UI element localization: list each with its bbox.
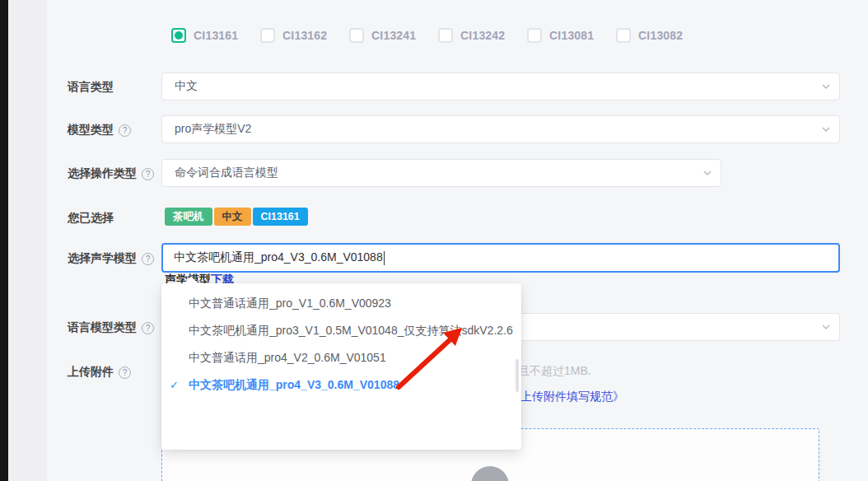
checkbox-label: CI13241: [371, 29, 416, 42]
help-icon[interactable]: ?: [142, 322, 154, 334]
dropdown-option[interactable]: 中文普通话用_pro4_V2_0.6M_V01051: [161, 344, 521, 371]
acoustic-model-dropdown: 中文普通话通用_pro_V1_0.6M_V00923 中文茶吧机通用_pro3_…: [161, 283, 521, 450]
checkbox-box[interactable]: [527, 28, 542, 43]
acoustic-model-download-link[interactable]: 声学模型下载: [165, 273, 234, 283]
checkbox-label: CI13161: [194, 29, 238, 42]
help-icon[interactable]: ?: [142, 168, 154, 180]
checkbox-ci13161[interactable]: CI13161: [171, 27, 238, 44]
checkbox-ci13241[interactable]: CI13241: [349, 27, 416, 44]
check-icon: ✓: [170, 371, 179, 399]
checkbox-label: CI13162: [282, 29, 327, 42]
chevron-down-icon: [821, 82, 831, 91]
dropdown-option[interactable]: 中文普通话通用_pro_V1_0.6M_V00923: [161, 290, 521, 317]
text-caret: [384, 251, 385, 265]
checkbox-box[interactable]: [616, 28, 631, 43]
checkbox-box[interactable]: [438, 28, 453, 43]
tag-language: 中文: [214, 208, 251, 226]
dropdown-option[interactable]: 中文茶吧机通用_pro3_V1_0.5M_V01048_仅支持算法sdkV2.2…: [161, 317, 521, 344]
label-model-type: 模型类型 ?: [68, 123, 131, 138]
tag-chip: CI13161: [253, 208, 308, 226]
selected-tags: 茶吧机 中文 CI13161: [165, 208, 308, 226]
checkbox-ci13162[interactable]: CI13162: [260, 27, 327, 44]
label-already-selected: 您已选择: [68, 211, 114, 226]
label-language-type: 语言类型: [68, 80, 114, 95]
select-value: 中文: [175, 79, 198, 94]
chevron-down-icon: [821, 124, 831, 134]
select-value: 命令词合成语言模型: [175, 166, 278, 180]
chevron-down-icon: [702, 168, 712, 178]
label-language-model-type: 语言模型类型 ?: [68, 320, 154, 335]
tag-device: 茶吧机: [165, 208, 212, 226]
acoustic-model-input[interactable]: 中文茶吧机通用_pro4_V3_0.6M_V01088: [161, 243, 840, 273]
dropdown-option-selected[interactable]: ✓ 中文茶吧机通用_pro4_V3_0.6M_V01088: [161, 371, 521, 399]
checkbox-ci13081[interactable]: CI13081: [527, 27, 594, 44]
checkbox-checked-dot: [175, 31, 183, 40]
checkbox-label: CI13082: [638, 29, 683, 42]
checkbox-box[interactable]: [171, 28, 186, 43]
select-language-type[interactable]: 中文: [161, 72, 840, 100]
chevron-down-icon: [821, 322, 831, 332]
label-acoustic-model: 选择声学模型 ?: [68, 251, 154, 266]
select-value: pro声学模型V2: [175, 122, 251, 137]
checkbox-ci13242[interactable]: CI13242: [438, 27, 505, 44]
upload-spec-link[interactable]: 上传附件填写规范》: [520, 390, 624, 404]
window-edge: [0, 0, 8, 481]
upload-size-hint: 且不超过1MB.: [518, 364, 591, 379]
help-icon[interactable]: ?: [142, 253, 154, 265]
checkbox-ci13082[interactable]: CI13082: [616, 27, 683, 44]
select-model-type[interactable]: pro声学模型V2: [161, 115, 840, 143]
dropdown-scrollbar[interactable]: [516, 359, 519, 392]
checkbox-label: CI13242: [460, 29, 505, 42]
checkbox-label: CI13081: [549, 29, 594, 42]
input-value: 中文茶吧机通用_pro4_V3_0.6M_V01088: [174, 250, 383, 265]
checkbox-box[interactable]: [349, 28, 364, 43]
select-operation-type[interactable]: 命令词合成语言模型: [161, 159, 721, 187]
help-icon[interactable]: ?: [119, 367, 131, 379]
label-operation-type: 选择操作类型 ?: [68, 166, 154, 181]
page-margin: [8, 0, 47, 481]
help-icon[interactable]: ?: [119, 124, 131, 137]
form-page: CI13161 CI13162 CI13241 CI13242 CI13081 …: [0, 0, 868, 481]
checkbox-box[interactable]: [260, 28, 275, 43]
label-upload: 上传附件 ?: [68, 365, 131, 380]
